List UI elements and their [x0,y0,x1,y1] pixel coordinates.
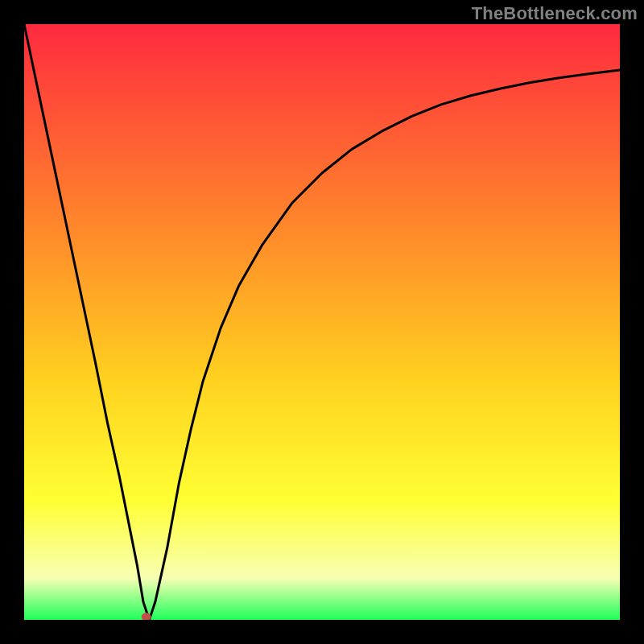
chart-container: TheBottleneck.com [0,0,644,644]
plot-background [24,24,620,620]
chart-plot [24,24,620,620]
watermark-text: TheBottleneck.com [472,3,638,24]
